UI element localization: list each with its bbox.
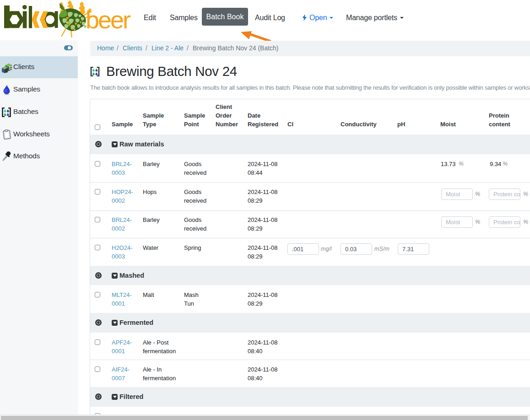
svg-text:beer: beer <box>86 6 131 33</box>
